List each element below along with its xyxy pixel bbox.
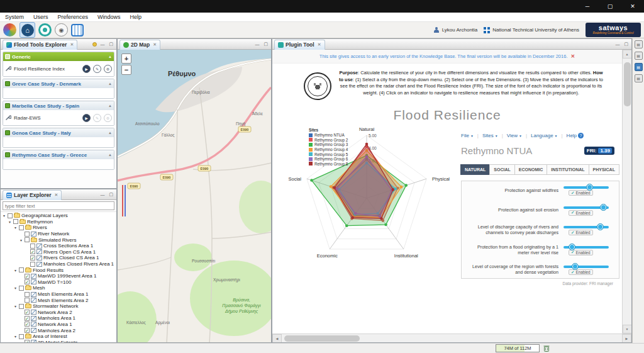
restore-panel-button-4[interactable]: ▤ [635, 74, 643, 82]
menu-system[interactable]: System [5, 14, 24, 20]
layer-explorer-tab[interactable]: Layer Explorer ✕ [3, 190, 62, 200]
layer-checkbox[interactable]: ✓ [25, 340, 30, 342]
slider-thumb[interactable] [600, 204, 607, 211]
layer-tree-row-network-area-2[interactable]: ✓Network Area 2 [2, 310, 116, 316]
layer-checkbox[interactable]: ✓ [30, 249, 35, 254]
slider-thumb[interactable] [569, 244, 575, 250]
layer-label[interactable]: River Network [38, 231, 69, 237]
flood-tools-tab[interactable]: Flood Tools Explorer ✕ [3, 40, 77, 50]
slider-thumb[interactable] [586, 184, 593, 191]
axis-label-physical[interactable]: Physical [432, 176, 450, 182]
layer-tree-row-maxwd-1999event-area-1[interactable]: ✓MaxWD 1999event Area 1 [2, 273, 116, 279]
scroll-right-arrow[interactable]: ▶ [622, 334, 631, 343]
minimize-panel-icon[interactable]: — [99, 193, 106, 197]
user-chip[interactable]: Lykou Archontia [433, 27, 478, 33]
layer-tree-row-rivers[interactable]: ▾Rivers [2, 225, 116, 231]
layer-label[interactable]: Manholes Area 1 [38, 315, 75, 321]
indicator-label[interactable]: Protection against wildfires [465, 188, 558, 193]
edit-tool-button[interactable]: ✎ [93, 65, 101, 73]
tool-group-header[interactable]: Marbella Case Study - Spain▲ [3, 101, 114, 110]
expander-icon[interactable]: ▾ [19, 238, 23, 242]
layer-checkbox[interactable] [30, 244, 35, 249]
expander-icon[interactable]: ▾ [13, 304, 18, 308]
slider-thumb[interactable] [597, 223, 604, 230]
layer-checkbox[interactable]: ✓ [25, 328, 30, 333]
close-window-button[interactable]: ✕ [621, 0, 644, 13]
layer-label[interactable]: Mesh Elements Area 1 [38, 291, 88, 297]
layer-filter-input[interactable] [3, 201, 114, 210]
plugin-menu-help[interactable]: Help? [567, 133, 584, 138]
layer-tree-row-rivers-open-cs-area-1[interactable]: ✓Rivers Open CS Area 1 [2, 249, 116, 255]
tab-social[interactable]: SOCIAL [489, 164, 514, 175]
layer-label[interactable]: MaxWD T=100 [38, 279, 71, 285]
axis-label-social[interactable]: Social [288, 176, 301, 182]
layer-checkbox[interactable]: ✓ [25, 322, 30, 327]
enabled-toggle[interactable]: ✓Enabled [569, 230, 593, 235]
layer-label[interactable]: Rivers [33, 225, 47, 230]
scroll-down-arrow[interactable]: ▼ [623, 325, 632, 333]
collapse-chevron-icon[interactable]: ▲ [108, 131, 112, 135]
maximize-panel-icon[interactable]: ▢ [262, 42, 269, 47]
menu-preferences[interactable]: Preferences [58, 14, 89, 20]
expander-icon[interactable]: ▾ [13, 286, 18, 290]
layer-checkbox[interactable]: ✓ [25, 279, 30, 284]
enabled-toggle[interactable]: ✓Enabled [569, 190, 593, 196]
tool-group-header[interactable]: Generic▲ [3, 52, 114, 61]
layer-checkbox[interactable] [25, 237, 30, 242]
layer-tree-row-river-network[interactable]: River Network [2, 231, 116, 237]
expander-icon[interactable]: ▾ [8, 220, 12, 224]
indicator-slider[interactable] [564, 246, 609, 249]
scrollbar-thumb[interactable] [284, 335, 360, 342]
layer-checkbox[interactable] [19, 267, 24, 272]
indicator-label[interactable]: Level of coverage of the region with for… [465, 264, 558, 275]
layer-tree-row-mesh-elements-area-2[interactable]: Mesh Elements Area 2 [2, 297, 116, 303]
layer-label[interactable]: Area of Interest [33, 333, 67, 339]
layer-label[interactable]: Flood Results [33, 267, 64, 273]
legend-entry-rethymno-group-3[interactable]: Rethymno Group 3 [309, 142, 348, 147]
layer-checkbox[interactable] [25, 298, 30, 303]
globe-icon[interactable] [3, 23, 16, 36]
maximize-panel-icon[interactable]: ▢ [623, 42, 630, 47]
layer-checkbox[interactable] [25, 232, 30, 237]
layer-label[interactable]: Rivers Open CS Area 1 [43, 249, 96, 255]
layer-label[interactable]: Cross Sections Area 1 [43, 243, 93, 249]
pin-icon[interactable] [92, 42, 97, 47]
enabled-toggle[interactable]: ✓Enabled [569, 250, 593, 255]
enabled-toggle[interactable]: ✓Enabled [569, 269, 593, 275]
collapse-chevron-icon[interactable]: ▲ [108, 153, 112, 157]
legend-entry-rethymno-group-8[interactable]: Rethymno Group 8 [309, 162, 348, 167]
plugin-menu-file[interactable]: File▼ [461, 133, 474, 138]
tab-economic[interactable]: ECONOMIC [514, 164, 548, 175]
layer-tree-row-flood-results[interactable]: ▾Flood Results [2, 267, 116, 273]
columns-icon[interactable] [71, 24, 84, 36]
scroll-up-arrow[interactable]: ▲ [623, 50, 632, 59]
layer-label[interactable]: Manholes Closed Rivers Area 1 [43, 261, 114, 267]
minimize-panel-icon[interactable]: — [99, 42, 106, 47]
layer-checkbox[interactable] [19, 286, 24, 291]
enabled-toggle[interactable]: ✓Enabled [569, 210, 593, 216]
layer-tree-row-manholes-closed-rivers-area-1[interactable]: Manholes Closed Rivers Area 1 [2, 261, 116, 267]
indicator-label[interactable]: Protection from a flood originating by a… [465, 244, 558, 255]
vertical-scrollbar[interactable]: ▲ ▼ [622, 50, 631, 333]
expander-icon[interactable]: ▾ [2, 213, 6, 218]
tab-physical[interactable]: PHYSICAL [589, 164, 619, 175]
layer-tree-row-maxwd-t-100[interactable]: ✓MaxWD T=100 [2, 279, 116, 286]
legend-entry-rethymno-ntua[interactable]: Rethymno NTUA [309, 133, 348, 138]
indicator-slider[interactable] [564, 266, 609, 268]
home-tool-selected[interactable]: ⌂ [19, 22, 35, 38]
map-tab[interactable]: 2D Map ✕ [119, 40, 160, 50]
menu-help[interactable]: Help [130, 14, 142, 20]
settings-tool-button[interactable]: ⚙ [104, 65, 112, 73]
layer-label[interactable]: Geographical Layers [21, 213, 68, 218]
indicator-label[interactable]: Protection against soil erosion [465, 207, 558, 213]
signal-icon[interactable]: ◉ [55, 23, 68, 36]
close-icon[interactable]: ✕ [70, 42, 74, 47]
layer-tree-row-area-of-interest[interactable]: ▾Area of Interest [2, 333, 116, 340]
layer-label[interactable]: Simulated Rivers [38, 237, 76, 243]
expander-icon[interactable]: ▾ [13, 268, 18, 272]
layer-tree-row-network-area-1[interactable]: ✓Network Area 1 [2, 322, 116, 328]
layer-label[interactable]: Rethymnon [27, 219, 53, 225]
indicator-slider[interactable] [564, 206, 609, 209]
layer-label[interactable]: Mesh Elements Area 2 [38, 298, 88, 303]
layer-label[interactable]: Rivers Closed CS Area 1 [43, 255, 99, 261]
